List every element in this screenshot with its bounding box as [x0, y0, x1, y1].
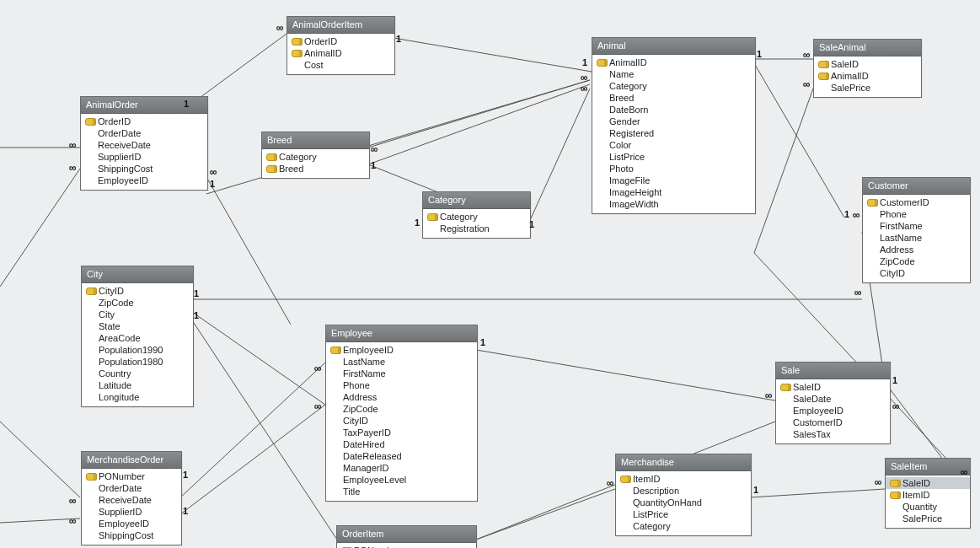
- field-cityid[interactable]: CityID: [863, 267, 970, 279]
- field-saledate[interactable]: SaleDate: [776, 393, 890, 405]
- entity-animal[interactable]: Animal AnimalIDNameCategoryBreedDateBorn…: [592, 37, 756, 214]
- entity-merchandiseorder[interactable]: MerchandiseOrder PONumberOrderDateReceiv…: [81, 451, 182, 545]
- field-cityid[interactable]: CityID: [326, 415, 477, 427]
- entity-sale[interactable]: Sale SaleIDSaleDateEmployeeIDCustomerIDS…: [775, 362, 891, 444]
- field-imagewidth[interactable]: ImageWidth: [592, 198, 755, 210]
- field-longitude[interactable]: Longitude: [82, 391, 193, 403]
- entity-title: Sale: [776, 363, 890, 379]
- field-lastname[interactable]: LastName: [326, 356, 477, 368]
- field-customerid[interactable]: CustomerID: [863, 196, 970, 208]
- field-animalid[interactable]: AnimalID: [287, 47, 394, 59]
- field-listprice[interactable]: ListPrice: [592, 151, 755, 163]
- entity-orderitem[interactable]: OrderItem PONumber: [336, 525, 477, 548]
- field-ponumber[interactable]: PONumber: [337, 545, 476, 548]
- field-saleprice[interactable]: SalePrice: [886, 513, 970, 524]
- field-title[interactable]: Title: [326, 486, 477, 497]
- field-taxpayerid[interactable]: TaxPayerID: [326, 427, 477, 438]
- field-animalid[interactable]: AnimalID: [814, 70, 921, 82]
- field-itemid[interactable]: ItemID: [886, 489, 970, 501]
- field-address[interactable]: Address: [326, 391, 477, 403]
- entity-merchandise[interactable]: Merchandise ItemIDDescriptionQuantityOnH…: [615, 454, 752, 536]
- field-city[interactable]: City: [82, 309, 193, 320]
- field-phone[interactable]: Phone: [326, 379, 477, 391]
- field-cityid[interactable]: CityID: [82, 285, 193, 297]
- field-breed[interactable]: Breed: [592, 92, 755, 104]
- entity-animalorder[interactable]: AnimalOrder OrderIDOrderDateReceiveDateS…: [80, 96, 208, 191]
- field-description[interactable]: Description: [616, 485, 751, 497]
- entity-breed[interactable]: Breed CategoryBreed: [261, 132, 370, 179]
- field-quantity[interactable]: Quantity: [886, 501, 970, 513]
- field-employeeid[interactable]: EmployeeID: [82, 518, 181, 529]
- field-category[interactable]: Category: [262, 151, 369, 163]
- field-receivedate[interactable]: ReceiveDate: [82, 494, 181, 506]
- field-registered[interactable]: Registered: [592, 127, 755, 139]
- field-receivedate[interactable]: ReceiveDate: [81, 139, 207, 151]
- entity-saleanimal[interactable]: SaleAnimal SaleIDAnimalIDSalePrice: [813, 39, 922, 98]
- entity-saleitem[interactable]: SaleItem SaleIDItemIDQuantitySalePrice: [885, 458, 971, 529]
- field-color[interactable]: Color: [592, 139, 755, 151]
- field-address[interactable]: Address: [863, 244, 970, 255]
- field-saleid[interactable]: SaleID: [886, 477, 970, 489]
- field-name[interactable]: Name: [592, 68, 755, 80]
- field-population1980[interactable]: Population1980: [82, 356, 193, 368]
- field-saleprice[interactable]: SalePrice: [814, 82, 921, 94]
- field-areacode[interactable]: AreaCode: [82, 332, 193, 344]
- field-employeeid[interactable]: EmployeeID: [326, 344, 477, 356]
- entity-customer[interactable]: Customer CustomerIDPhoneFirstNameLastNam…: [862, 177, 971, 283]
- field-supplierid[interactable]: SupplierID: [81, 151, 207, 163]
- field-dateborn[interactable]: DateBorn: [592, 104, 755, 116]
- field-shippingcost[interactable]: ShippingCost: [81, 163, 207, 175]
- field-saleid[interactable]: SaleID: [776, 381, 890, 393]
- field-listprice[interactable]: ListPrice: [616, 508, 751, 520]
- field-orderdate[interactable]: OrderDate: [81, 127, 207, 139]
- field-category[interactable]: Category: [616, 520, 751, 532]
- cardinality-label: 1: [194, 288, 199, 298]
- field-employeelevel[interactable]: EmployeeLevel: [326, 474, 477, 486]
- field-gender[interactable]: Gender: [592, 116, 755, 127]
- field-datereleased[interactable]: DateReleased: [326, 450, 477, 462]
- field-shippingcost[interactable]: ShippingCost: [82, 529, 181, 541]
- entity-city[interactable]: City CityIDZipCodeCityStateAreaCodePopul…: [81, 266, 194, 407]
- erd-canvas[interactable]: AnimalOrderItem OrderIDAnimalIDCost Anim…: [0, 0, 980, 548]
- field-breed[interactable]: Breed: [262, 163, 369, 175]
- field-zipcode[interactable]: ZipCode: [863, 255, 970, 267]
- field-list: PONumberOrderDateReceiveDateSupplierIDEm…: [82, 469, 181, 545]
- field-supplierid[interactable]: SupplierID: [82, 506, 181, 518]
- field-zipcode[interactable]: ZipCode: [326, 403, 477, 415]
- field-registration[interactable]: Registration: [423, 223, 530, 234]
- entity-category[interactable]: Category CategoryRegistration: [422, 191, 531, 239]
- field-orderid[interactable]: OrderID: [81, 116, 207, 127]
- field-quantityonhand[interactable]: QuantityOnHand: [616, 497, 751, 508]
- field-orderid[interactable]: OrderID: [287, 35, 394, 47]
- field-managerid[interactable]: ManagerID: [326, 462, 477, 474]
- entity-employee[interactable]: Employee EmployeeIDLastNameFirstNamePhon…: [325, 325, 478, 502]
- field-zipcode[interactable]: ZipCode: [82, 297, 193, 309]
- field-firstname[interactable]: FirstName: [863, 220, 970, 232]
- cardinality-label: 1: [183, 506, 188, 516]
- field-salestax[interactable]: SalesTax: [776, 428, 890, 440]
- field-datehired[interactable]: DateHired: [326, 438, 477, 450]
- field-saleid[interactable]: SaleID: [814, 58, 921, 70]
- field-phone[interactable]: Phone: [863, 208, 970, 220]
- field-employeeid[interactable]: EmployeeID: [81, 175, 207, 186]
- field-customerid[interactable]: CustomerID: [776, 416, 890, 428]
- field-state[interactable]: State: [82, 320, 193, 332]
- field-ponumber[interactable]: PONumber: [82, 470, 181, 482]
- field-category[interactable]: Category: [592, 80, 755, 92]
- field-imageheight[interactable]: ImageHeight: [592, 186, 755, 198]
- field-latitude[interactable]: Latitude: [82, 379, 193, 391]
- field-employeeid[interactable]: EmployeeID: [776, 405, 890, 416]
- svg-line-7: [368, 84, 590, 164]
- field-lastname[interactable]: LastName: [863, 232, 970, 244]
- field-itemid[interactable]: ItemID: [616, 473, 751, 485]
- field-firstname[interactable]: FirstName: [326, 368, 477, 379]
- field-category[interactable]: Category: [423, 211, 530, 223]
- field-orderdate[interactable]: OrderDate: [82, 482, 181, 494]
- field-photo[interactable]: Photo: [592, 163, 755, 175]
- field-animalid[interactable]: AnimalID: [592, 56, 755, 68]
- field-imagefile[interactable]: ImageFile: [592, 175, 755, 186]
- field-country[interactable]: Country: [82, 368, 193, 379]
- field-population1990[interactable]: Population1990: [82, 344, 193, 356]
- field-cost[interactable]: Cost: [287, 59, 394, 71]
- entity-animalorderitem[interactable]: AnimalOrderItem OrderIDAnimalIDCost: [287, 16, 395, 75]
